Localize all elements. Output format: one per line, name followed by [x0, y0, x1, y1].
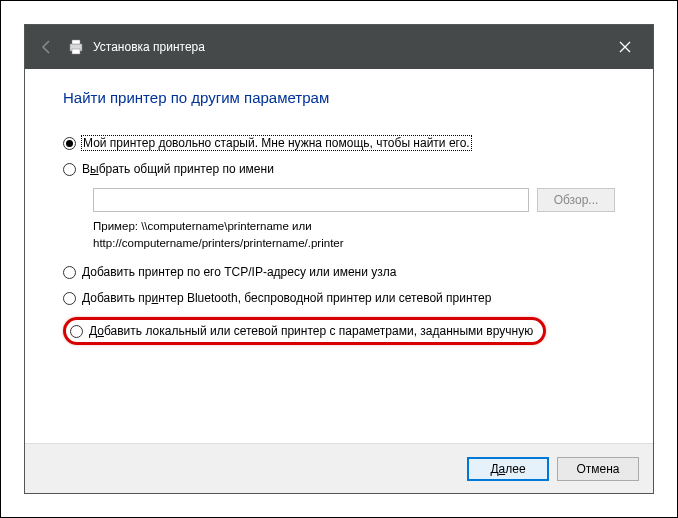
- label-bluetooth: Добавить принтер Bluetooth, беспроводной…: [82, 291, 491, 305]
- window-title: Установка принтера: [93, 40, 205, 54]
- option-tcpip[interactable]: Добавить принтер по его TCP/IP-адресу ил…: [63, 265, 615, 279]
- label-local-manual: Добавить локальный или сетевой принтер с…: [89, 324, 533, 338]
- highlighted-option: Добавить локальный или сетевой принтер с…: [63, 317, 546, 345]
- radio-local-manual[interactable]: [70, 325, 83, 338]
- content-area: Найти принтер по другим параметрам Мой п…: [25, 69, 653, 443]
- printer-icon: [67, 38, 85, 56]
- shared-printer-block: Обзор... Пример: \\computername\printern…: [93, 188, 615, 251]
- wizard-window: Установка принтера Найти принтер по друг…: [24, 24, 654, 494]
- svg-rect-2: [72, 49, 80, 54]
- svg-rect-1: [72, 40, 80, 44]
- next-button[interactable]: Далее: [467, 457, 549, 481]
- radio-shared-printer[interactable]: [63, 163, 76, 176]
- option-bluetooth[interactable]: Добавить принтер Bluetooth, беспроводной…: [63, 291, 615, 305]
- label-tcpip: Добавить принтер по его TCP/IP-адресу ил…: [82, 265, 396, 279]
- example-text: Пример: \\computername\printername или h…: [93, 218, 615, 251]
- browse-button: Обзор...: [537, 188, 615, 212]
- option-local-manual[interactable]: Добавить локальный или сетевой принтер с…: [70, 324, 533, 338]
- close-button[interactable]: [605, 25, 645, 69]
- label-shared-printer: Выбрать общий принтер по имени: [82, 162, 274, 176]
- option-old-printer[interactable]: Мой принтер довольно старый. Мне нужна п…: [63, 136, 615, 150]
- radio-old-printer[interactable]: [63, 137, 76, 150]
- back-button[interactable]: [33, 33, 61, 61]
- cancel-button[interactable]: Отмена: [557, 457, 639, 481]
- footer: Далее Отмена: [25, 443, 653, 493]
- titlebar: Установка принтера: [25, 25, 653, 69]
- page-title: Найти принтер по другим параметрам: [63, 89, 615, 106]
- radio-tcpip[interactable]: [63, 266, 76, 279]
- radio-bluetooth[interactable]: [63, 292, 76, 305]
- label-old-printer: Мой принтер довольно старый. Мне нужна п…: [82, 136, 471, 150]
- option-shared-printer[interactable]: Выбрать общий принтер по имени: [63, 162, 615, 176]
- back-arrow-icon: [39, 39, 55, 55]
- close-icon: [619, 41, 631, 53]
- shared-printer-input[interactable]: [93, 188, 529, 212]
